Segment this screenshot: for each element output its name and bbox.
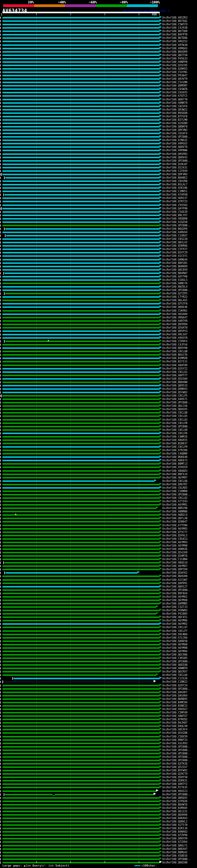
alignment-arrowhead-icon — [159, 636, 162, 638]
row-left-mark — [0, 804, 1, 806]
alignment-bar — [2, 153, 159, 155]
query-gap-marker-icon — [47, 340, 49, 341]
alignment-row: UniRef100_Q5CWQ2 — [0, 391, 197, 394]
hit-label: UniRef100_C4WRI6 — [162, 435, 197, 438]
hit-label: UniRef100_A2I3W7 — [162, 579, 197, 581]
alignment-bar — [2, 88, 159, 90]
alignment-arrowhead-icon — [156, 506, 159, 509]
hit-label: UniRef100_Q7R7Z3 — [162, 200, 197, 203]
hit-label: UniRef100_UPI000.. — [162, 793, 197, 796]
row-left-mark — [0, 439, 1, 441]
alignment-bar — [2, 507, 156, 509]
alignment-bar — [2, 484, 159, 485]
alignment-row: UniRef100_P45633 — [0, 57, 197, 60]
hit-label: UniRef100_UPI000.. — [162, 752, 197, 755]
alignment-arrowhead-icon — [159, 438, 162, 441]
hit-label: UniRef100_B8P2B1 — [162, 262, 197, 265]
hit-label: UniRef100_Q9XSI3 — [162, 790, 197, 793]
alignment-arrowhead-icon — [159, 459, 162, 461]
alignment-bar — [2, 126, 159, 127]
hit-label: UniRef100_B7FGF8 — [162, 115, 197, 118]
alignment-arrowhead-icon — [159, 731, 162, 734]
row-left-mark — [0, 633, 1, 636]
alignment-bar — [2, 511, 159, 513]
row-left-mark — [0, 841, 1, 843]
alignment-bar — [2, 552, 159, 553]
row-left-mark — [0, 30, 1, 32]
hit-label: UniRef100_B3NEI2 — [162, 705, 197, 707]
alignment-bar — [2, 412, 159, 413]
row-left-mark — [0, 98, 1, 101]
alignment-row: UniRef100_B6UGR9 — [0, 50, 197, 54]
hit-label: UniRef100_A8Q6D3 — [162, 470, 197, 472]
hit-label: UniRef100_A8W7G7 — [162, 715, 197, 717]
alignment-arrowhead-icon — [156, 789, 159, 792]
alignment-arrowhead-icon — [159, 291, 162, 294]
alignment-row: UniRef100_A6YM97 — [0, 476, 197, 479]
alignment-row: UniRef100_A6R237 — [0, 196, 197, 200]
alignment-bar — [2, 276, 159, 277]
hit-label: UniRef100_A6YMA0 — [162, 599, 197, 602]
row-left-mark — [0, 609, 1, 612]
hit-label: UniRef100_O96647 — [162, 316, 197, 319]
alignment-arrowhead-icon — [156, 673, 159, 676]
alignment-bar — [2, 95, 159, 97]
alignment-row: UniRef100_A4RUV4 — [0, 230, 197, 234]
alignment-arrowhead-icon — [159, 179, 162, 182]
bottom-tick — [139, 861, 139, 863]
alignment-bar — [5, 273, 159, 274]
alignment-arrowhead-icon — [159, 609, 162, 611]
alignment-arrowhead-icon — [159, 503, 162, 505]
alignment-arrowhead-icon — [159, 196, 162, 198]
row-left-mark — [0, 589, 1, 591]
alignment-row: UniRef100_B0FXJ4 — [0, 473, 197, 476]
alignment-row: UniRef100_Q9FVN3 — [0, 173, 197, 176]
alignment-row: UniRef100_Q7S7F0 — [0, 302, 197, 305]
alignment-bar — [2, 644, 159, 645]
alignment-bar — [2, 463, 159, 465]
row-left-mark — [0, 187, 1, 189]
alignment-bar — [2, 317, 159, 318]
alignment-row: UniRef100_Q3THJ6 — [0, 762, 197, 766]
hit-label: UniRef100_Q9FVN3 — [162, 173, 197, 176]
row-left-mark — [0, 81, 1, 84]
alignment-bar — [6, 235, 159, 237]
alignment-bar — [2, 245, 159, 247]
row-left-mark — [0, 555, 1, 557]
alignment-bar — [2, 613, 156, 615]
alignment-row: UniRef100_A4HS71 — [0, 398, 197, 401]
hit-label: UniRef100_Q4N644 — [162, 258, 197, 261]
alignment-row: UniRef100_O22431 — [0, 166, 197, 169]
alignment-start-tick — [1, 173, 2, 176]
hit-label: UniRef100_A8NCY6 — [162, 282, 197, 285]
hit-label: UniRef100_Q6H3X5 — [162, 408, 197, 411]
row-left-mark — [0, 446, 1, 448]
row-left-mark — [0, 91, 1, 94]
hit-label: UniRef100_UPI000.. — [162, 493, 197, 496]
hit-label: UniRef100_C8CLQ0 — [162, 350, 197, 353]
alignment-row: UniRef100_Q6FLX0 — [0, 517, 197, 520]
alignment-arrowhead-icon — [159, 499, 162, 502]
hit-label: UniRef100_C4R305 — [162, 657, 197, 659]
alignment-arrowhead-icon — [159, 567, 162, 570]
row-left-mark — [0, 684, 1, 687]
alignment-arrowhead-icon — [159, 779, 162, 781]
alignment-arrowhead-icon — [159, 639, 162, 642]
alignment-bar — [2, 674, 156, 676]
alignment-row: UniRef100_Q4Y7H8 — [0, 275, 197, 278]
alignment-row: UniRef100_P41805 — [0, 612, 197, 616]
alignment-arrowhead-icon — [159, 349, 162, 352]
row-left-mark — [0, 166, 1, 169]
row-left-mark — [0, 313, 1, 315]
hit-label: UniRef100_A8CAF4 — [162, 728, 197, 731]
alignment-bar — [2, 630, 159, 632]
row-left-mark — [0, 562, 1, 564]
alignment-arrowhead-icon — [159, 690, 162, 693]
alignment-arrowhead-icon — [159, 19, 162, 22]
row-left-mark — [0, 759, 1, 762]
alignment-arrowhead-icon — [159, 476, 162, 478]
alignment-bar — [2, 255, 159, 257]
alignment-bar — [2, 429, 159, 431]
alignment-row: UniRef100_A7QTC5 — [0, 94, 197, 98]
hit-label: UniRef100_C1GRA7 — [162, 234, 197, 237]
